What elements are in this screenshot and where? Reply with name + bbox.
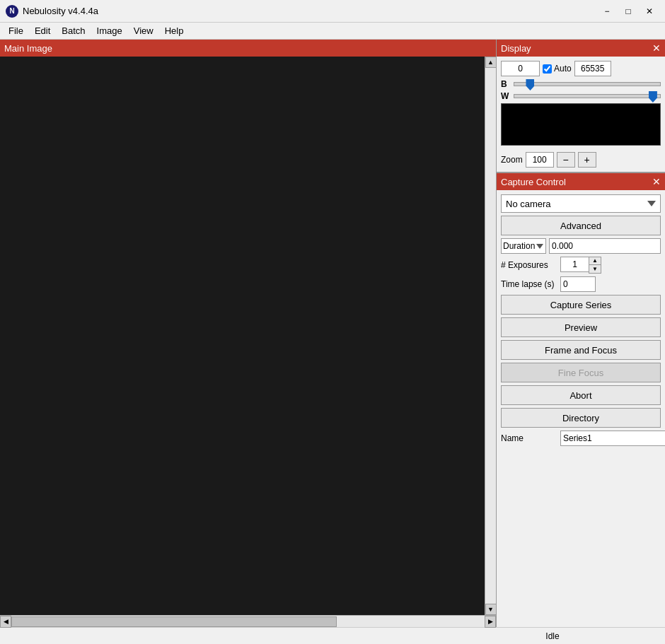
capture-close-button[interactable]: ✕ bbox=[652, 177, 661, 187]
abort-button[interactable]: Abort bbox=[501, 385, 661, 405]
menu-edit[interactable]: Edit bbox=[29, 24, 56, 37]
app-logo: N bbox=[6, 5, 18, 18]
main-image-title: Main Image bbox=[4, 43, 52, 54]
status-idle: Idle bbox=[446, 631, 659, 641]
close-button[interactable]: ✕ bbox=[640, 4, 659, 19]
black-slider-thumb[interactable] bbox=[526, 79, 534, 90]
histogram-canvas bbox=[501, 103, 661, 146]
fine-focus-button: Fine Focus bbox=[501, 363, 661, 382]
exposures-spinner: ▲ ▼ bbox=[560, 257, 601, 274]
black-slider[interactable] bbox=[514, 82, 661, 86]
black-slider-row: B bbox=[501, 79, 661, 89]
exposures-label: # Exposures bbox=[501, 260, 557, 270]
menu-file[interactable]: File bbox=[3, 24, 29, 37]
scroll-track[interactable] bbox=[485, 68, 496, 604]
main-image-header: Main Image bbox=[0, 40, 496, 57]
scroll-right-arrow[interactable]: ▶ bbox=[485, 616, 496, 628]
display-header: Display ✕ bbox=[497, 40, 665, 57]
menubar: File Edit Batch Image View Help bbox=[0, 23, 665, 40]
advanced-button[interactable]: Advanced bbox=[501, 216, 661, 235]
statusbar: Idle bbox=[0, 627, 665, 644]
zoom-label: Zoom bbox=[501, 155, 523, 165]
w-label: W bbox=[501, 91, 511, 101]
name-input[interactable] bbox=[560, 431, 665, 446]
scroll-left-arrow[interactable]: ◀ bbox=[0, 616, 11, 628]
duration-dropdown[interactable]: Duration Seconds Minutes bbox=[501, 238, 546, 254]
maximize-button[interactable]: □ bbox=[618, 4, 638, 19]
duration-row: Duration Seconds Minutes bbox=[501, 238, 661, 254]
image-canvas: ▲ ▼ bbox=[0, 57, 496, 615]
black-value-input[interactable] bbox=[501, 61, 540, 76]
frame-focus-button[interactable]: Frame and Focus bbox=[501, 340, 661, 360]
menu-view[interactable]: View bbox=[128, 24, 159, 37]
right-panel: Display ✕ Auto B bbox=[497, 40, 665, 627]
auto-checkbox[interactable] bbox=[543, 64, 552, 74]
display-section: Display ✕ Auto B bbox=[497, 40, 665, 173]
white-slider[interactable] bbox=[514, 94, 661, 98]
scroll-down-arrow[interactable]: ▼ bbox=[485, 604, 497, 615]
white-slider-row: W bbox=[501, 91, 661, 101]
menu-help[interactable]: Help bbox=[159, 24, 190, 37]
menu-image[interactable]: Image bbox=[91, 24, 128, 37]
b-label: B bbox=[501, 79, 511, 89]
horizontal-scrollbar[interactable]: ◀ ▶ bbox=[0, 615, 496, 627]
auto-label: Auto bbox=[554, 64, 572, 74]
name-label: Name bbox=[501, 433, 557, 443]
capture-header: Capture Control ✕ bbox=[497, 173, 665, 190]
zoom-minus-button[interactable]: − bbox=[557, 152, 575, 168]
menu-batch[interactable]: Batch bbox=[56, 24, 91, 37]
zoom-row: Zoom 100 − + bbox=[501, 152, 661, 168]
capture-title: Capture Control bbox=[501, 177, 566, 187]
exposures-up-button[interactable]: ▲ bbox=[589, 257, 601, 265]
minimize-button[interactable]: − bbox=[597, 4, 617, 19]
timelapse-input[interactable] bbox=[560, 276, 596, 292]
hscroll-thumb[interactable] bbox=[11, 616, 337, 627]
capture-section: Capture Control ✕ No camera Advanced Dur… bbox=[497, 173, 665, 627]
titlebar-controls: − □ ✕ bbox=[597, 4, 659, 19]
auto-checkbox-label: Auto bbox=[543, 64, 572, 74]
timelapse-row: Time lapse (s) bbox=[501, 276, 661, 292]
display-body: Auto B W bbox=[497, 57, 665, 172]
exposures-arrows: ▲ ▼ bbox=[589, 257, 601, 274]
directory-button[interactable]: Directory bbox=[501, 408, 661, 428]
exposures-down-button[interactable]: ▼ bbox=[589, 265, 601, 273]
main-image-panel: Main Image ▲ ▼ ◀ ▶ bbox=[0, 40, 497, 627]
preview-button[interactable]: Preview bbox=[501, 317, 661, 337]
display-title: Display bbox=[501, 43, 531, 54]
zoom-value: 100 bbox=[526, 152, 554, 168]
vertical-scrollbar[interactable]: ▲ ▼ bbox=[485, 57, 496, 615]
duration-input[interactable] bbox=[549, 238, 661, 254]
capture-body: No camera Advanced Duration Seconds Minu… bbox=[497, 190, 665, 453]
main-content: Main Image ▲ ▼ ◀ ▶ Display ✕ bbox=[0, 40, 665, 627]
titlebar: N Nebulosity v4.4.4a − □ ✕ bbox=[0, 0, 665, 23]
capture-series-button[interactable]: Capture Series bbox=[501, 295, 661, 315]
app-title: Nebulosity v4.4.4a bbox=[23, 6, 98, 16]
camera-dropdown[interactable]: No camera bbox=[501, 194, 661, 213]
white-slider-thumb[interactable] bbox=[649, 91, 657, 103]
titlebar-left: N Nebulosity v4.4.4a bbox=[6, 5, 98, 18]
display-close-button[interactable]: ✕ bbox=[652, 43, 661, 53]
hscroll-track[interactable] bbox=[11, 616, 485, 627]
timelapse-label: Time lapse (s) bbox=[501, 279, 557, 289]
white-value-input[interactable] bbox=[574, 61, 611, 76]
exposures-row: # Exposures ▲ ▼ bbox=[501, 257, 661, 274]
scroll-up-arrow[interactable]: ▲ bbox=[485, 57, 497, 68]
name-row: Name bbox=[501, 431, 661, 446]
exposures-input[interactable] bbox=[560, 257, 589, 272]
zoom-plus-button[interactable]: + bbox=[578, 152, 596, 168]
bw-input-row: Auto bbox=[501, 61, 661, 76]
